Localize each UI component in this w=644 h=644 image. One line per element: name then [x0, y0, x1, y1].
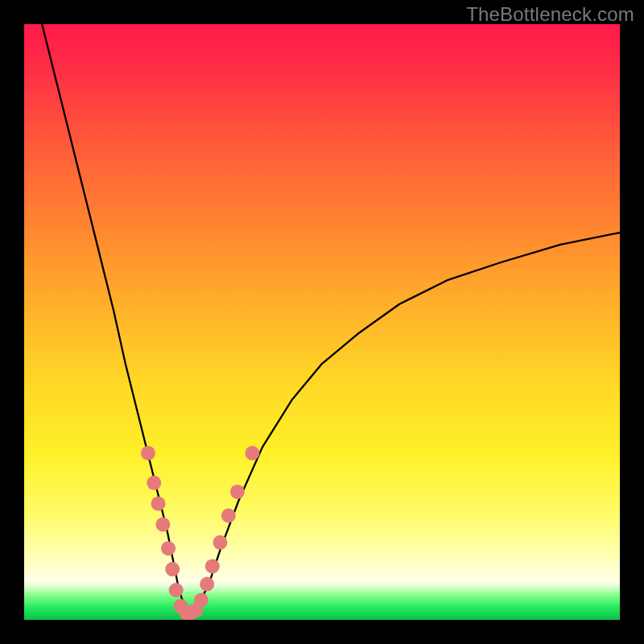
highlight-point — [141, 446, 155, 460]
highlight-point — [205, 559, 220, 573]
chart-frame: TheBottleneck.com — [0, 0, 644, 644]
highlight-point — [161, 541, 175, 555]
highlight-points — [141, 446, 260, 620]
highlight-point — [169, 583, 184, 597]
highlight-point — [245, 446, 259, 460]
highlight-point — [194, 593, 208, 608]
highlight-point — [213, 535, 227, 550]
highlight-point — [151, 497, 166, 511]
plot-area — [24, 24, 620, 620]
highlight-point — [200, 577, 214, 592]
chart-svg — [24, 24, 620, 620]
highlight-point — [221, 509, 236, 523]
highlight-point — [230, 485, 245, 499]
highlight-point — [147, 476, 161, 490]
bottleneck-curve — [42, 24, 620, 614]
watermark-text: TheBottleneck.com — [466, 3, 634, 26]
bottleneck-curve-path — [42, 24, 620, 614]
highlight-point — [165, 562, 180, 576]
highlight-point — [155, 518, 170, 532]
